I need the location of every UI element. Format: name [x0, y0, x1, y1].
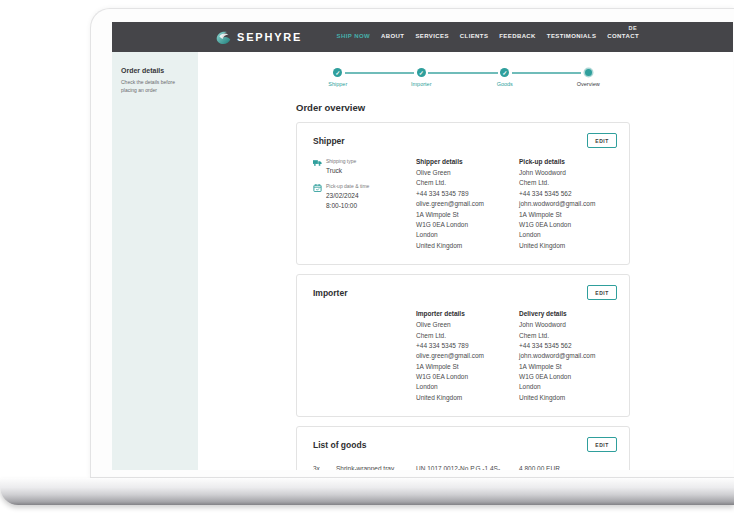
postcode-city: W1G 0EA London [519, 372, 617, 382]
address-line: 1A Wimpole St [519, 362, 617, 372]
goods-quantity: 3x [313, 464, 336, 470]
country: United Kingdom [416, 241, 519, 251]
country: United Kingdom [519, 393, 617, 403]
brand-logo[interactable]: SEPHYRE [215, 30, 302, 45]
email: olive.green@gmail.com [416, 199, 519, 209]
step-complete-check-icon [417, 68, 426, 77]
goods-metrics: 4,800.00 EUR Net 120 kg Gross 210 kg L10… [519, 464, 617, 470]
contact-name: John Woodword [519, 168, 617, 178]
importer-details-column: Importer details Olive Green Chem Ltd. +… [416, 310, 519, 403]
top-nav-bar: SEPHYRE DE SHIP NOW ABOUT SERVICES CLIEN… [112, 22, 733, 52]
page-title: Order overview [296, 102, 630, 113]
step-overview[interactable]: Overview [547, 68, 631, 87]
address-line: 1A Wimpole St [416, 362, 519, 372]
importer-card: Importer EDIT Importer details Olive Gre… [296, 274, 630, 417]
goods-packaging-name: Shrink-wrapped tray (Limited Quantities) [336, 464, 416, 470]
email: john.wodword@gmail.com [519, 199, 617, 209]
goods-item-row: 3x Shrink-wrapped tray (Limited Quantiti… [297, 460, 629, 470]
nav-item-services[interactable]: SERVICES [415, 33, 448, 39]
truck-icon [313, 158, 322, 176]
laptop-base [0, 478, 734, 505]
address-line: 1A Wimpole St [519, 210, 617, 220]
un-classification: UN 1017 0012-No P.G.-1.4S-CARTRIDGES FOR… [416, 464, 512, 470]
order-details-sidebar: Order details Check the details before p… [112, 52, 198, 470]
delivery-details-column: Delivery details John Woodword Chem Ltd.… [519, 310, 617, 403]
postcode-city: W1G 0EA London [416, 220, 519, 230]
importer-card-title: Importer [313, 288, 347, 298]
country: United Kingdom [519, 241, 617, 251]
country: United Kingdom [416, 393, 519, 403]
shipping-type-label: Shipping type [326, 158, 356, 164]
goods-price: 4,800.00 EUR [519, 464, 610, 470]
company: Chem Ltd. [416, 331, 519, 341]
company: Chem Ltd. [519, 178, 617, 188]
nav-item-ship-now[interactable]: SHIP NOW [337, 33, 370, 39]
edit-shipper-button[interactable]: EDIT [587, 133, 617, 148]
contact-name: Olive Green [416, 320, 519, 330]
wave-swirl-icon [215, 30, 232, 45]
step-complete-check-icon [500, 68, 509, 77]
step-importer[interactable]: Importer [380, 68, 464, 87]
shipper-details-column: Shipper details Olive Green Chem Ltd. +4… [416, 158, 519, 251]
nav-item-testimonials[interactable]: TESTIMONIALS [547, 33, 596, 39]
pickup-details-column: Pick-up details John Woodword Chem Ltd. … [519, 158, 617, 251]
postcode-city: W1G 0EA London [416, 372, 519, 382]
city: London [416, 382, 519, 392]
nav-item-contact[interactable]: CONTACT [607, 33, 639, 39]
main-area: Shipper Importer Goods [198, 52, 733, 470]
language-switcher[interactable]: DE [629, 25, 637, 31]
shipper-card-title: Shipper [313, 136, 345, 146]
top-nav: DE SHIP NOW ABOUT SERVICES CLIENTS FEEDB… [337, 25, 639, 39]
contact-name: John Woodword [519, 320, 617, 330]
phone: +44 334 5345 562 [519, 341, 617, 351]
goods-card: List of goods EDIT 3x Shrink-wrapped tra… [296, 426, 630, 470]
goods-description: UN 1017 0012-No P.G.-1.4S-CARTRIDGES FOR… [416, 464, 519, 470]
calendar-icon [313, 183, 322, 211]
step-current-dot-icon [585, 69, 592, 76]
shipper-card: Shipper EDIT Shipping type [296, 122, 630, 265]
pickup-date: 23/02/2024 [326, 191, 369, 201]
pickup-datetime-label: Pick-up date & time [326, 183, 369, 189]
city: London [416, 230, 519, 240]
step-complete-check-icon [333, 68, 342, 77]
postcode-city: W1G 0EA London [519, 220, 617, 230]
progress-stepper: Shipper Importer Goods [296, 52, 630, 87]
shipping-type-value: Truck [326, 166, 356, 176]
nav-item-about[interactable]: ABOUT [381, 33, 404, 39]
nav-menu: SHIP NOW ABOUT SERVICES CLIENTS FEEDBACK… [337, 33, 639, 39]
nav-item-clients[interactable]: CLIENTS [460, 33, 488, 39]
address-line: 1A Wimpole St [416, 210, 519, 220]
phone: +44 334 5345 562 [519, 189, 617, 199]
laptop-mockup: SEPHYRE DE SHIP NOW ABOUT SERVICES CLIEN… [0, 0, 734, 513]
contact-name: Olive Green [416, 168, 519, 178]
company: Chem Ltd. [416, 178, 519, 188]
step-goods[interactable]: Goods [463, 68, 547, 87]
brand-name: SEPHYRE [237, 31, 302, 43]
company: Chem Ltd. [519, 331, 617, 341]
email: john.wodword@gmail.com [519, 351, 617, 361]
edit-goods-button[interactable]: EDIT [587, 437, 617, 452]
edit-importer-button[interactable]: EDIT [587, 285, 617, 300]
phone: +44 334 5345 789 [416, 189, 519, 199]
shipment-meta-column: Shipping type Truck Pick-up d [313, 158, 416, 251]
nav-item-feedback[interactable]: FEEDBACK [499, 33, 536, 39]
step-shipper[interactable]: Shipper [296, 68, 380, 87]
app-screen: SEPHYRE DE SHIP NOW ABOUT SERVICES CLIEN… [112, 22, 733, 470]
pickup-time: 8:00-10:00 [326, 201, 369, 211]
phone: +44 334 5345 789 [416, 341, 519, 351]
email: olive.green@gmail.com [416, 351, 519, 361]
city: London [519, 382, 617, 392]
goods-card-title: List of goods [313, 440, 366, 450]
sidebar-description: Check the details before placing an orde… [121, 79, 188, 95]
sidebar-title: Order details [121, 67, 188, 74]
city: London [519, 230, 617, 240]
